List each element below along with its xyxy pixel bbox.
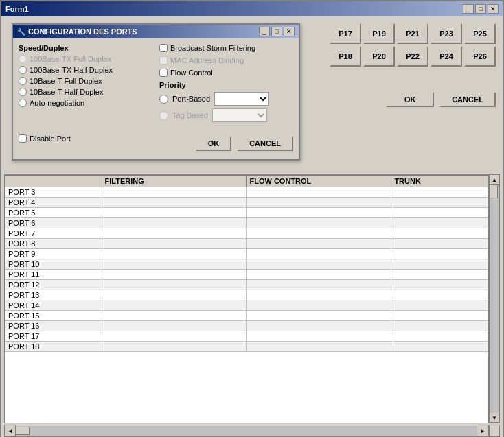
trunk-cell	[391, 228, 488, 239]
flow-control-cell	[247, 290, 391, 300]
trunk-cell	[391, 342, 488, 352]
radio-auto-negotiation-input[interactable]	[19, 99, 27, 107]
config-close-button[interactable]: ✕	[284, 27, 295, 36]
table-wrapper[interactable]: FILTERING FLOW CONTROL TRUNK PORT 3PORT …	[5, 175, 488, 423]
h-scroll-thumb[interactable]	[16, 427, 30, 435]
port-ok-button[interactable]: OK	[386, 92, 434, 107]
flow-control-label: Flow Control	[170, 69, 213, 77]
port-p18-button[interactable]: P18	[330, 46, 361, 67]
radio-auto-negotiation-label: Auto-negotiation	[30, 99, 84, 107]
dialog-cancel-button[interactable]: CANCEL	[237, 136, 293, 151]
broadcast-storm-checkbox[interactable]	[159, 44, 168, 52]
disable-port-label: Disable Port	[30, 134, 71, 143]
trunk-cell	[391, 249, 488, 259]
filtering-cell	[102, 342, 247, 352]
trunk-cell	[391, 198, 488, 208]
col-header-trunk: TRUNK	[391, 176, 488, 187]
port-based-radio[interactable]	[159, 95, 168, 104]
port-p20-button[interactable]: P20	[363, 46, 395, 67]
trunk-cell	[391, 208, 488, 218]
vertical-scrollbar[interactable]: ▲ ▼	[489, 174, 500, 423]
broadcast-storm-item: Broadcast Storm Filtering	[159, 44, 293, 52]
main-maximize-button[interactable]: □	[475, 4, 486, 14]
table-row: PORT 3	[5, 187, 488, 198]
horizontal-scrollbar[interactable]: ◄ ►	[4, 425, 489, 437]
table-area: FILTERING FLOW CONTROL TRUNK PORT 3PORT …	[4, 174, 489, 423]
radio-100base-tx-full-input[interactable]	[19, 55, 27, 63]
port-p21-button[interactable]: P21	[397, 23, 428, 44]
table-row: PORT 15	[5, 311, 488, 321]
mac-address-checkbox[interactable]	[159, 56, 168, 64]
radio-10base-t-half-input[interactable]	[19, 88, 27, 96]
v-scroll-thumb[interactable]	[490, 185, 498, 198]
radio-100base-tx-half-input[interactable]	[19, 66, 27, 74]
scroll-corner	[489, 425, 500, 437]
main-titlebar: Form1 _ □ ✕	[1, 1, 503, 16]
trunk-cell	[391, 218, 488, 228]
flow-control-cell	[247, 239, 391, 249]
port-cell: PORT 11	[5, 270, 102, 280]
flow-control-cell	[247, 300, 391, 311]
port-cell: PORT 6	[5, 218, 102, 228]
trunk-cell	[391, 321, 488, 331]
disable-port-item: Disable Port	[19, 134, 71, 143]
config-body: Speed/Duplex 100Base-TX Full Duplex 100B…	[13, 38, 299, 159]
main-window-title: Form1	[5, 5, 29, 13]
table-row: PORT 16	[5, 321, 488, 331]
speed-duplex-section: Speed/Duplex 100Base-TX Full Duplex 100B…	[19, 44, 152, 125]
trunk-cell	[391, 311, 488, 321]
filtering-cell	[102, 218, 247, 228]
filtering-cell	[102, 280, 247, 290]
h-scroll-right-arrow[interactable]: ►	[477, 425, 488, 436]
main-close-button[interactable]: ✕	[488, 4, 499, 14]
dialog-ok-button[interactable]: OK	[196, 136, 232, 151]
radio-10base-t-full-input[interactable]	[19, 77, 27, 85]
port-buttons-area: P17 P19 P21 P23 P25 P18 P20 P22 P24 P26	[330, 23, 496, 67]
port-p22-button[interactable]: P22	[397, 46, 428, 67]
port-action-row: OK CANCEL	[386, 92, 496, 107]
table-row: PORT 9	[5, 249, 488, 259]
speed-duplex-label: Speed/Duplex	[19, 44, 152, 52]
port-cancel-button[interactable]: CANCEL	[439, 92, 496, 107]
port-based-select[interactable]	[214, 92, 269, 106]
flow-control-cell	[247, 321, 391, 331]
config-dialog-title: 🔧 CONFIGURATION DES PORTS	[17, 27, 137, 36]
radio-100base-tx-full-label: 100Base-TX Full Duplex	[30, 55, 111, 63]
filtering-cell	[102, 239, 247, 249]
disable-port-checkbox[interactable]	[19, 134, 27, 143]
port-p23-button[interactable]: P23	[431, 23, 462, 44]
port-cell: PORT 12	[5, 280, 102, 290]
port-cell: PORT 9	[5, 249, 102, 259]
v-scroll-down-arrow[interactable]: ▼	[490, 413, 499, 423]
port-p17-button[interactable]: P17	[330, 23, 361, 44]
dialog-bottom-row: Disable Port OK CANCEL	[19, 128, 293, 154]
dialog-buttons: OK CANCEL	[196, 133, 293, 154]
config-minimize-button[interactable]: _	[259, 27, 270, 36]
port-p25-button[interactable]: P25	[464, 23, 496, 44]
col-header-filtering: FILTERING	[102, 176, 247, 187]
port-cell: PORT 3	[5, 187, 102, 198]
table-row: PORT 12	[5, 280, 488, 290]
table-row: PORT 14	[5, 300, 488, 311]
flow-control-checkbox[interactable]	[159, 69, 168, 77]
filtering-cell	[102, 290, 247, 300]
flow-control-cell	[247, 187, 391, 198]
v-scroll-up-arrow[interactable]: ▲	[490, 175, 499, 185]
main-minimize-button[interactable]: _	[463, 4, 474, 14]
port-p24-button[interactable]: P24	[431, 46, 462, 67]
flow-control-cell	[247, 270, 391, 280]
table-row: PORT 10	[5, 259, 488, 270]
port-p26-button[interactable]: P26	[464, 46, 496, 67]
radio-100base-tx-full: 100Base-TX Full Duplex	[19, 55, 152, 63]
radio-10base-t-half-label: 10Base-T Half Duplex	[30, 88, 103, 96]
port-p19-button[interactable]: P19	[363, 23, 395, 44]
tag-based-radio[interactable]	[159, 111, 168, 120]
flow-control-cell	[247, 331, 391, 342]
filtering-cell	[102, 249, 247, 259]
filtering-cell	[102, 321, 247, 331]
h-scroll-left-arrow[interactable]: ◄	[5, 425, 16, 436]
config-maximize-button[interactable]: □	[271, 27, 282, 36]
tag-based-select[interactable]	[212, 108, 267, 122]
table-row: PORT 8	[5, 239, 488, 249]
port-cell: PORT 7	[5, 228, 102, 239]
